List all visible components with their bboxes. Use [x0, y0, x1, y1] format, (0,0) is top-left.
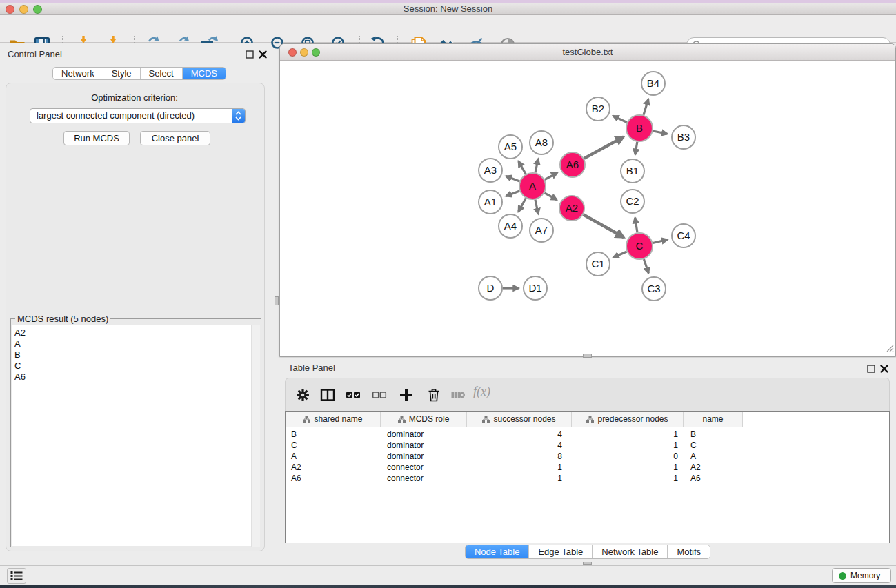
table-row[interactable]: A6connector11A6: [286, 473, 889, 484]
graph-edge-A-A5: [519, 161, 526, 174]
memory-button[interactable]: Memory: [832, 568, 891, 583]
svg-text:C4: C4: [677, 230, 690, 241]
svg-text:B: B: [636, 122, 643, 134]
cell-successor-nodes: 1: [467, 462, 572, 473]
function-builder-icon[interactable]: f(x): [473, 385, 490, 399]
svg-text:A: A: [529, 180, 536, 192]
graph-node-A7[interactable]: A7: [530, 219, 553, 242]
cell-mcds-role: connector: [381, 462, 467, 473]
create-column-icon[interactable]: [399, 387, 414, 403]
graph-node-B4[interactable]: B4: [641, 72, 665, 95]
run-mcds-button[interactable]: Run MCDS: [63, 131, 130, 145]
graph-node-A3[interactable]: A3: [479, 159, 502, 182]
column-header-shared-name[interactable]: shared name: [286, 412, 381, 427]
tab-edge-table[interactable]: Edge Table: [529, 545, 593, 558]
graph-node-A2[interactable]: A2: [559, 196, 584, 221]
tab-motifs[interactable]: Motifs: [668, 545, 710, 558]
graph-edge-A-A4: [519, 199, 526, 212]
cell-name: B: [684, 429, 743, 440]
cell-shared-name: A2: [286, 462, 381, 473]
graph-node-C3[interactable]: C3: [642, 277, 666, 301]
mcds-result-item[interactable]: C: [12, 361, 260, 372]
graph-node-C4[interactable]: C4: [672, 224, 695, 247]
graph-node-D[interactable]: D: [479, 276, 502, 300]
network-canvas[interactable]: B4B2BB3A5A8A6A3AB1A1A2C2A4A7CC4C1C3DD1: [280, 61, 895, 356]
column-header-predecessor-nodes[interactable]: predecessor nodes: [572, 412, 684, 427]
tab-select[interactable]: Select: [141, 68, 183, 79]
float-table-panel-icon[interactable]: [867, 363, 877, 372]
column-header-successor-nodes[interactable]: successor nodes: [467, 412, 572, 427]
graph-node-C1[interactable]: C1: [586, 252, 610, 276]
tab-style[interactable]: Style: [103, 68, 141, 79]
graph-edge-A-A3: [506, 176, 519, 181]
graph-node-C[interactable]: C: [626, 233, 653, 259]
main-toolbar: [0, 15, 896, 43]
graph-node-B2[interactable]: B2: [586, 97, 610, 121]
graph-node-A8[interactable]: A8: [530, 131, 553, 154]
graph-node-A5[interactable]: A5: [499, 135, 522, 159]
close-panel-button[interactable]: Close panel: [140, 131, 210, 145]
float-panel-icon[interactable]: [246, 49, 255, 58]
memory-status-icon: [839, 572, 846, 580]
mcds-result-item[interactable]: B: [12, 349, 260, 361]
table-row[interactable]: Cdominator41C: [286, 440, 889, 451]
desktop-scroll-fragment[interactable]: [583, 354, 592, 358]
graph-node-C2[interactable]: C2: [621, 190, 644, 213]
main-titlebar[interactable]: Session: New Session: [0, 3, 896, 15]
graph-edge-A6-B: [584, 136, 624, 158]
svg-text:D: D: [487, 282, 495, 294]
svg-text:A8: A8: [535, 136, 548, 148]
task-history-button[interactable]: [7, 568, 26, 584]
table-row[interactable]: Adominator80A: [286, 451, 889, 462]
graph-node-B3[interactable]: B3: [672, 125, 695, 149]
mcds-result-item[interactable]: A2: [12, 327, 260, 338]
tab-network[interactable]: Network: [53, 68, 103, 79]
graph-node-A6[interactable]: A6: [560, 152, 585, 177]
graph-edge-B-B3: [653, 131, 668, 134]
graph-node-D1[interactable]: D1: [524, 276, 547, 300]
mcds-result-item[interactable]: A: [12, 338, 260, 349]
graph-edge-B-B2: [613, 116, 627, 122]
graph-node-B1[interactable]: B1: [621, 159, 644, 183]
cell-name: A2: [684, 462, 743, 473]
delete-table-icon[interactable]: [450, 387, 466, 403]
svg-text:B1: B1: [626, 165, 639, 176]
graph-edge-A2-C: [584, 214, 624, 237]
graph-edge-A-A1: [506, 191, 519, 196]
network-window-titlebar[interactable]: testGlobe.txt: [280, 44, 895, 61]
graph-edge-C-C2: [635, 218, 637, 233]
memory-label: Memory: [850, 571, 880, 580]
tab-node-table[interactable]: Node Table: [466, 545, 530, 558]
select-all-columns-icon[interactable]: [346, 387, 361, 403]
svg-text:C: C: [636, 240, 644, 252]
desktop-scroll-fragment[interactable]: [275, 296, 279, 305]
mcds-result-title: MCDS result (5 nodes): [15, 314, 110, 324]
close-table-panel-icon[interactable]: [880, 363, 890, 372]
window-resize-grip[interactable]: [884, 343, 894, 355]
show-column-icon[interactable]: [320, 387, 335, 403]
tab-mcds[interactable]: MCDS: [183, 68, 226, 79]
table-body: Bdominator41BCdominator41CAdominator80AA…: [286, 429, 889, 484]
table-row[interactable]: Bdominator41B: [286, 429, 889, 440]
graph-node-B[interactable]: B: [626, 115, 653, 141]
tab-network-table[interactable]: Network Table: [593, 545, 668, 558]
svg-text:C2: C2: [626, 195, 639, 207]
column-header-name[interactable]: name: [684, 412, 743, 427]
delete-columns-icon[interactable]: [426, 387, 441, 403]
table-row[interactable]: A2connector11A2: [286, 462, 889, 473]
graph-node-A1[interactable]: A1: [479, 190, 502, 214]
graph-node-A4[interactable]: A4: [499, 214, 522, 238]
select-stepper-icon: [232, 109, 245, 123]
svg-text:C3: C3: [647, 283, 660, 294]
close-panel-icon[interactable]: [259, 49, 268, 58]
unselect-all-columns-icon[interactable]: [372, 387, 387, 403]
mcds-result-item[interactable]: A6: [12, 372, 260, 383]
graph-edge-A-A8: [535, 159, 538, 173]
graph-node-A[interactable]: A: [519, 173, 546, 199]
table-settings-icon[interactable]: [295, 387, 310, 403]
optimization-criterion-select[interactable]: largest connected component (directed): [30, 108, 246, 123]
cell-mcds-role: dominator: [381, 429, 467, 440]
result-scrollbar[interactable]: [251, 325, 260, 547]
graph-edge-A-A6: [545, 173, 557, 180]
column-header-mcds-role[interactable]: MCDS role: [381, 412, 467, 427]
